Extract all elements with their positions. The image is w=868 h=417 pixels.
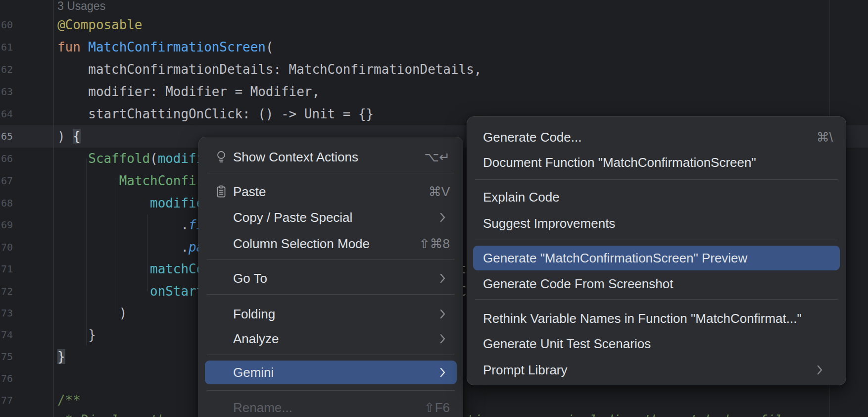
menu-item-prompt-library[interactable]: Prompt Library xyxy=(473,358,840,382)
chevron-right-icon xyxy=(439,212,446,223)
menu-separator xyxy=(207,355,455,355)
matched-brace-token: } xyxy=(57,349,65,364)
code-token: matchConfirmationDetails: MatchConfirmat… xyxy=(57,62,482,77)
menu-item-folding[interactable]: Folding xyxy=(205,302,457,326)
code-token: modifier: Modifier = Modifier, xyxy=(57,84,320,99)
usages-inlay-hint[interactable]: 3 Usages xyxy=(57,0,105,12)
menu-item-generate-unit-test-scenarios[interactable]: Generate Unit Test Scenarios xyxy=(473,331,840,356)
code-line: @Composable xyxy=(57,14,142,36)
keyword-token: fun xyxy=(57,40,88,54)
code-token: ( xyxy=(266,40,274,54)
code-line: modifier: Modifier = Modifier, xyxy=(57,81,320,103)
chevron-right-icon xyxy=(817,365,823,375)
menu-shortcut: ⌘V xyxy=(429,179,450,204)
line-number: 62 xyxy=(0,58,13,81)
code-token xyxy=(57,261,150,276)
menu-item-label: Analyze xyxy=(233,326,279,351)
chevron-right-icon xyxy=(439,333,446,344)
code-token: ) xyxy=(57,129,73,144)
menu-item-label: Explain Code xyxy=(483,185,560,209)
code-line: } xyxy=(57,346,65,368)
menu-item-label: Generate Code... xyxy=(483,125,581,150)
menu-item-label: Prompt Library xyxy=(483,358,568,382)
function-name-token: MatchConfirmationScreen xyxy=(88,40,266,54)
menu-item-label: Rethink Variable Names in Function "Matc… xyxy=(483,306,802,331)
menu-shortcut: ⌥↵ xyxy=(424,145,450,169)
menu-item-label: Document Function "MatchConfirmationScre… xyxy=(483,150,756,175)
menu-item-label: Generate Unit Test Scenarios xyxy=(483,331,651,356)
menu-separator xyxy=(207,390,455,391)
line-number: 76 xyxy=(0,367,13,390)
line-number: 77 xyxy=(0,389,13,412)
code-token: ) xyxy=(57,306,127,320)
menu-item-show-context-actions[interactable]: Show Context Actions ⌥↵ xyxy=(205,145,457,169)
menu-item-explain-code[interactable]: Explain Code xyxy=(473,185,840,209)
menu-item-label: Copy / Paste Special xyxy=(233,205,352,230)
menu-item-suggest-improvements[interactable]: Suggest Improvements xyxy=(473,211,840,236)
code-token xyxy=(57,196,150,210)
code-token: } xyxy=(57,327,96,342)
line-number: 70 xyxy=(0,236,13,259)
menu-item-copy-paste-special[interactable]: Copy / Paste Special xyxy=(205,205,457,230)
menu-item-rethink-variable-names[interactable]: Rethink Variable Names in Function "Matc… xyxy=(473,306,840,331)
editor-context-menu: Show Context Actions ⌥↵ Paste ⌘V Copy / … xyxy=(198,137,463,417)
menu-item-generate-code[interactable]: Generate Code... ⌘\ xyxy=(473,125,840,150)
line-number: 61 xyxy=(0,36,13,58)
code-token: . xyxy=(57,240,189,255)
menu-item-gemini[interactable]: Gemini xyxy=(205,361,457,384)
menu-item-label: Generate Code From Screenshot xyxy=(483,271,673,296)
menu-shortcut: ⇧F6 xyxy=(424,395,450,417)
code-token xyxy=(57,151,88,166)
menu-item-label: Gemini xyxy=(233,361,274,384)
code-line: startChattingOnClick: () -> Unit = {} xyxy=(57,103,374,125)
line-number: 78 xyxy=(0,411,13,417)
code-line: matchConfirmationDetails: MatchConfirmat… xyxy=(57,58,482,81)
menu-separator xyxy=(475,240,838,240)
menu-item-label: Go To xyxy=(233,266,267,291)
matched-brace-token: { xyxy=(73,129,81,144)
line-number: 72 xyxy=(0,280,13,303)
line-number-current: 65 xyxy=(0,125,13,148)
line-number: 67 xyxy=(0,170,13,192)
line-number: 60 xyxy=(0,14,13,36)
menu-separator xyxy=(207,294,455,295)
line-number: 63 xyxy=(0,81,13,103)
menu-item-document-function[interactable]: Document Function "MatchConfirmationScre… xyxy=(473,150,840,175)
code-token: ( xyxy=(150,151,158,166)
menu-item-go-to[interactable]: Go To xyxy=(205,266,457,291)
line-number: 74 xyxy=(0,324,13,346)
code-token: . xyxy=(57,217,189,232)
code-line: } xyxy=(57,324,96,346)
menu-item-label: Folding xyxy=(233,302,275,326)
line-number: 66 xyxy=(0,148,13,170)
menu-separator xyxy=(475,179,838,180)
menu-item-label: Generate "MatchConfirmationScreen" Previ… xyxy=(483,246,747,270)
code-token xyxy=(57,173,119,188)
menu-item-label: Column Selection Mode xyxy=(233,231,370,256)
code-line: ) xyxy=(57,302,127,324)
code-line: /** xyxy=(57,389,81,412)
line-number: 75 xyxy=(0,346,13,368)
menu-item-generate-preview[interactable]: Generate "MatchConfirmationScreen" Previ… xyxy=(473,246,840,270)
line-number: 69 xyxy=(0,214,13,236)
line-number: 71 xyxy=(0,258,13,280)
menu-separator xyxy=(475,299,838,300)
menu-item-label: Paste xyxy=(233,179,266,204)
composable-call-token: Scaffold xyxy=(88,151,150,166)
code-line: ) { xyxy=(57,125,81,148)
menu-item-analyze[interactable]: Analyze xyxy=(205,326,457,351)
chevron-right-icon xyxy=(439,309,446,319)
menu-item-label: Rename... xyxy=(233,395,292,417)
doc-comment-token: /** xyxy=(57,393,81,408)
menu-item-generate-code-from-screenshot[interactable]: Generate Code From Screenshot xyxy=(473,271,840,296)
menu-item-column-selection-mode[interactable]: Column Selection Mode ⇧⌘8 xyxy=(205,231,457,256)
gutter-separator xyxy=(53,0,54,417)
menu-item-paste[interactable]: Paste ⌘V xyxy=(205,179,457,204)
menu-item-rename[interactable]: Rename... ⇧F6 xyxy=(205,395,457,417)
gemini-submenu: Generate Code... ⌘\ Document Function "M… xyxy=(467,116,846,385)
code-token xyxy=(57,284,150,299)
menu-separator xyxy=(207,173,455,173)
menu-separator xyxy=(207,260,455,260)
chevron-right-icon xyxy=(439,367,446,378)
menu-item-label: Suggest Improvements xyxy=(483,211,615,236)
